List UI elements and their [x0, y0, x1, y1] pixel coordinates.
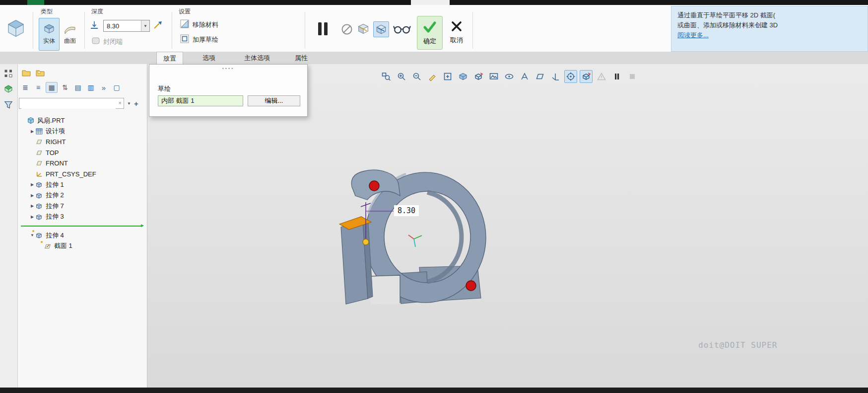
tree-item-icon — [35, 213, 44, 221]
show-style-icon[interactable] — [534, 70, 546, 83]
tree-item[interactable]: ▶ 拉伸 7 — [20, 201, 145, 212]
depth-type-button[interactable] — [88, 20, 101, 32]
expander-icon[interactable]: ▶ — [29, 193, 35, 198]
flip-depth-direction-button[interactable] — [152, 20, 165, 32]
ok-check-icon — [422, 20, 438, 35]
zoom-in-icon[interactable] — [395, 70, 408, 83]
thicken-sketch-toggle[interactable]: 加厚草绘 — [180, 34, 218, 45]
tree-overflow-chevron-icon[interactable]: » — [98, 82, 109, 92]
tree-item-icon — [27, 117, 35, 124]
tree-item[interactable]: ▼ * 拉伸 4 — [20, 230, 145, 241]
remove-material-toggle[interactable]: 移除材料 — [180, 19, 218, 30]
expander-icon[interactable]: ▶ — [29, 129, 35, 134]
filter-options-arrow-icon[interactable]: ▼ — [126, 101, 133, 106]
tab-body-options[interactable]: 主体选项 — [235, 52, 279, 64]
tree-item-icon — [35, 159, 44, 167]
filter-funnel-icon[interactable] — [3, 100, 14, 110]
depth-combo-arrow-icon[interactable]: ▼ — [141, 20, 149, 31]
zoom-window-icon[interactable] — [380, 70, 393, 83]
red-hole-marker-top[interactable] — [369, 181, 379, 191]
settings-group-label: 设置 — [179, 7, 191, 16]
filter-clear-icon[interactable]: × — [119, 100, 122, 106]
tree-filter-input[interactable] — [21, 99, 116, 109]
tree-item[interactable]: TOP — [20, 148, 145, 158]
tree-columns-icon[interactable] — [3, 69, 14, 79]
depth-value: 8.30 — [104, 22, 141, 30]
tree-item-label: 拉伸 3 — [46, 212, 64, 221]
expander-icon[interactable]: ▶ — [29, 182, 35, 187]
model-display-cube-icon[interactable] — [3, 84, 14, 94]
zoom-out-icon[interactable] — [410, 70, 423, 83]
tree-item[interactable]: PRT_CSYS_DEF — [20, 169, 145, 180]
filter-add-icon[interactable]: + — [134, 99, 138, 108]
tree-item-icon: * — [35, 232, 44, 239]
cancel-button[interactable]: 取消 — [445, 16, 468, 49]
stop-icon[interactable] — [626, 70, 639, 83]
remove-material-icon — [180, 19, 190, 30]
model-tree-panel: ≣ ≡ ▦ ⇅ ▤ ▥ » ▢ × ▼ + 风扇.PRT ▶ 设计项 RIGHT… — [18, 64, 147, 388]
repaint-icon[interactable] — [426, 70, 439, 83]
ribbon-separator — [172, 12, 172, 49]
tree-item[interactable]: * 截面 1 — [20, 241, 145, 252]
tree-list-icon[interactable]: ≣ — [20, 82, 31, 92]
red-hole-marker-bottom[interactable] — [466, 281, 476, 291]
annotation-display-icon[interactable] — [518, 70, 531, 83]
tree-columns-config-icon[interactable]: ▥ — [85, 82, 96, 92]
depth-value-combo[interactable]: 8.30 ▼ — [103, 20, 150, 32]
surface-type-button[interactable]: 曲面 — [60, 18, 80, 51]
expander-icon[interactable]: ▶ — [29, 204, 35, 208]
pause-button[interactable] — [315, 20, 332, 38]
tree-sort-group-icon[interactable]: ▤ — [72, 82, 83, 92]
perspective-icon[interactable] — [503, 70, 516, 83]
edit-sketch-button[interactable]: 编辑... — [248, 95, 300, 106]
active-ribbon-tab-sliver[interactable] — [411, 0, 450, 5]
tree-item[interactable]: ▶ 拉伸 3 — [20, 212, 145, 223]
file-tab-sliver[interactable] — [27, 0, 44, 5]
tree-item[interactable]: ▶ 设计项 — [20, 126, 145, 137]
tree-grid-view-icon[interactable]: ▦ — [46, 82, 58, 93]
left-tool-strip — [0, 64, 18, 388]
solid-type-button[interactable]: 实体 — [39, 18, 60, 51]
closed-end-toggle[interactable]: 封闭端 — [91, 37, 123, 46]
app-cube-icon[interactable] — [5, 17, 27, 39]
tab-options[interactable]: 选项 — [196, 52, 222, 64]
tree-report-page-icon[interactable]: ▢ — [111, 82, 122, 92]
pause-icon[interactable] — [610, 70, 623, 83]
tree-item-icon — [35, 181, 44, 188]
display-style-icon[interactable] — [457, 70, 469, 83]
help-panel: 通过垂直于草绘平面平移 2D 截面( 或曲面、添加或移除材料来创建 3D 阅读更… — [671, 6, 868, 52]
dimension-callout[interactable]: 8.30 — [394, 205, 419, 216]
tree-item[interactable]: 风扇.PRT — [20, 115, 145, 126]
model-body[interactable] — [339, 170, 486, 304]
tree-item[interactable]: ▶ 拉伸 2 — [20, 190, 145, 201]
surface-button-label: 曲面 — [64, 37, 76, 45]
tree-folder-icon[interactable] — [21, 68, 32, 78]
spin-center-icon[interactable] — [564, 70, 577, 83]
orientation-mode-icon[interactable] — [580, 70, 593, 83]
expander-icon[interactable]: ▶ — [29, 215, 35, 219]
dashboard-tab-strip: 放置 选项 主体选项 属性 — [0, 52, 868, 65]
tab-properties[interactable]: 属性 — [288, 52, 314, 64]
saved-orientations-icon[interactable] — [472, 70, 485, 83]
preview-glasses-button[interactable] — [393, 24, 411, 36]
read-more-link[interactable]: 阅读更多... — [677, 31, 709, 39]
datum-display-filters-icon[interactable] — [549, 70, 562, 83]
depth-drag-handle[interactable] — [363, 239, 369, 245]
unattached-preview-button[interactable] — [356, 22, 371, 37]
attached-preview-button[interactable] — [373, 21, 389, 37]
tree-item[interactable]: ▶ 拉伸 1 — [20, 179, 145, 190]
tree-favorites-icon[interactable] — [35, 68, 46, 78]
view-manager-icon[interactable] — [487, 70, 500, 83]
tree-item[interactable]: FRONT — [20, 158, 145, 169]
tab-placement[interactable]: 放置 — [156, 52, 183, 65]
warning-icon[interactable] — [595, 70, 608, 83]
tree-item[interactable]: RIGHT — [20, 137, 145, 148]
ok-button[interactable]: 确定 — [417, 16, 443, 50]
insert-locator-line[interactable]: ► — [20, 222, 145, 230]
refit-icon[interactable] — [441, 70, 454, 83]
section-collector-field[interactable]: 内部 截面 1 — [158, 95, 243, 106]
tree-sort-asc-icon[interactable]: ⇅ — [60, 82, 70, 92]
tree-detail-list-icon[interactable]: ≡ — [33, 82, 44, 92]
panel-drag-handle[interactable]: •••• — [149, 65, 307, 71]
no-preview-button[interactable] — [340, 23, 353, 36]
